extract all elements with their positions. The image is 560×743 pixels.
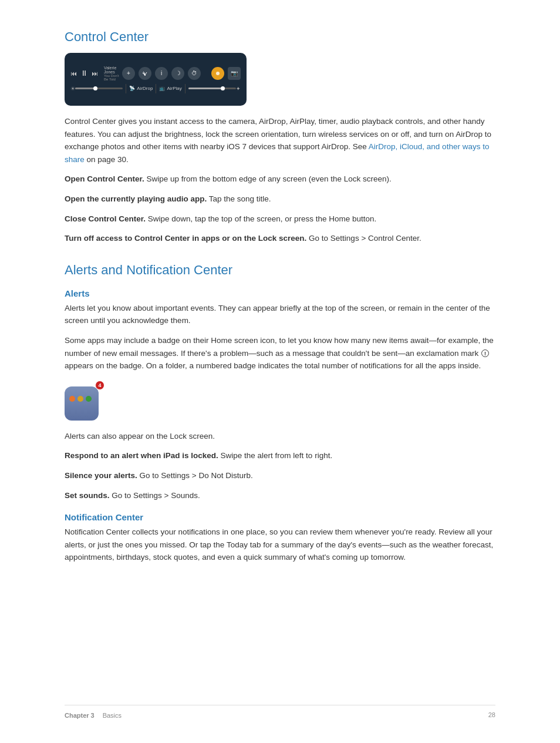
- set-sounds-instruction: Set sounds. Go to Settings > Sounds.: [65, 489, 495, 502]
- control-center-description: Control Center gives you instant access …: [65, 115, 495, 166]
- cc-wifi-icon: [139, 67, 151, 80]
- control-center-title: Control Center: [65, 29, 495, 45]
- cc-moon-icon: ☽: [171, 67, 184, 80]
- alerts-subtitle: Alerts: [65, 288, 495, 298]
- cc-divider-2: [156, 84, 156, 93]
- cc-flashlight-icon: [211, 67, 224, 80]
- cc-song-subtitle: You Don't Be Told: [104, 74, 122, 81]
- cc-bottom-bar: ☀ 📡AirDrop 📺AirPlay ✦: [70, 84, 241, 93]
- svg-point-1: [216, 72, 220, 75]
- dot-yellow: [77, 396, 83, 402]
- cc-brightness-low-icon: ☀: [70, 86, 75, 92]
- turn-off-access-instruction: Turn off access to Control Center in app…: [65, 232, 495, 245]
- cc-timer-icon: ⏱: [188, 67, 201, 80]
- cc-airplay-label: 📺AirPlay: [159, 86, 181, 91]
- respond-alert-instruction: Respond to an alert when iPad is locked.…: [65, 449, 495, 462]
- dot-green: [86, 396, 92, 402]
- svg-point-0: [144, 75, 146, 76]
- close-control-center-instruction: Close Control Center. Swipe down, tap th…: [65, 213, 495, 226]
- badge-dots: [69, 396, 92, 402]
- alerts-notification-title: Alerts and Notification Center: [65, 263, 495, 278]
- alerts-para-2: Some apps may include a badge on their H…: [65, 334, 495, 372]
- page-content: Control Center ⏮ ⏸ ⏭ Valerie Jones You D…: [0, 0, 560, 618]
- page-number: 28: [488, 711, 495, 718]
- badge-number: 4: [95, 381, 104, 390]
- silence-alerts-instruction: Silence your alerts. Go to Settings > Do…: [65, 469, 495, 482]
- cc-plus-icon: +: [122, 67, 135, 80]
- cc-pause-icon: ⏸: [80, 69, 88, 78]
- notification-center-para: Notification Center collects your notifi…: [65, 526, 495, 564]
- dot-orange: [69, 396, 75, 402]
- cc-volume-high-icon: ✦: [236, 86, 241, 92]
- open-control-center-instruction: Open Control Center. Swipe up from the b…: [65, 173, 495, 186]
- badge-image: 4: [65, 381, 104, 421]
- folder-icon: [65, 386, 99, 421]
- cc-right-icons: + i ☽ ⏱ 📷: [122, 67, 241, 80]
- lock-screen-text: Alerts can also appear on the Lock scree…: [65, 430, 495, 443]
- cc-playback-controls: ⏮ ⏸ ⏭ Valerie Jones You Don't Be Told: [70, 66, 122, 81]
- alerts-para-1: Alerts let you know about important even…: [65, 302, 495, 327]
- cc-top-bar: ⏮ ⏸ ⏭ Valerie Jones You Don't Be Told + …: [70, 66, 241, 81]
- cc-volume-slider: [188, 88, 236, 89]
- cc-brightness-slider: [75, 88, 123, 89]
- cc-divider-3: [185, 84, 185, 93]
- cc-airdrop-label: 📡AirDrop: [129, 86, 153, 91]
- cc-camera-icon: 📷: [228, 67, 241, 80]
- notification-center-subtitle: Notification Center: [65, 512, 495, 522]
- cc-rewind-icon: ⏮: [70, 70, 77, 77]
- control-center-image: ⏮ ⏸ ⏭ Valerie Jones You Don't Be Told + …: [65, 53, 247, 106]
- cc-forward-icon: ⏭: [92, 70, 98, 77]
- cc-divider-1: [126, 84, 126, 93]
- exclamation-icon: !: [481, 349, 489, 357]
- page-footer: Chapter 3 Basics 28: [65, 705, 495, 720]
- footer-chapter: Chapter 3 Basics: [65, 710, 122, 720]
- cc-song-title: Valerie Jones: [104, 66, 122, 74]
- open-audio-app-instruction: Open the currently playing audio app. Ta…: [65, 193, 495, 206]
- cc-info-icon: i: [155, 67, 168, 80]
